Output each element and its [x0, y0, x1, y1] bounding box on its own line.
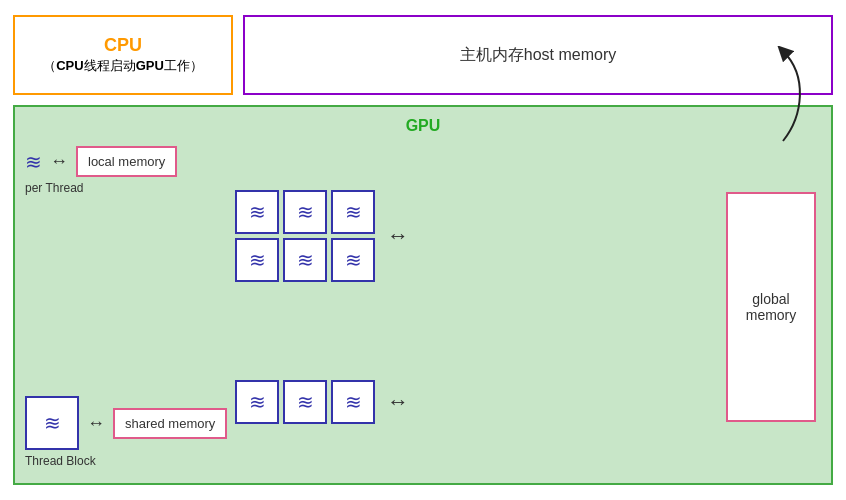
mem-block-2: ≋	[283, 190, 327, 234]
top-row: CPU （CPU线程启动GPU工作） 主机内存host memory	[13, 15, 833, 105]
gpu-box: GPU ≋ ↔ local memory per Thread	[13, 105, 833, 485]
local-memory-label: local memory	[88, 154, 165, 169]
shared-wave-icon: ≋	[44, 413, 61, 433]
mem-block-9: ≋	[331, 380, 375, 424]
mem-block-7: ≋	[235, 380, 279, 424]
per-thread-row: ≋ ↔ local memory	[25, 146, 177, 177]
local-memory-box: local memory	[76, 146, 177, 177]
per-thread-label: per Thread	[25, 181, 83, 195]
shared-mem-icon-left: ≋	[25, 396, 79, 450]
thread-wave-icon: ≋	[25, 152, 42, 172]
mem-block-1: ≋	[235, 190, 279, 234]
gpu-label: GPU	[25, 117, 821, 135]
middle-section: ≋ ≋ ≋ ≋ ≋ ≋ ↔ ≋ ≋ ≋ ↔	[235, 141, 711, 473]
arrow-thread-local: ↔	[50, 151, 68, 172]
main-container: CPU （CPU线程启动GPU工作） 主机内存host memory GPU ≋…	[13, 15, 833, 485]
cpu-title: CPU	[104, 35, 142, 57]
cpu-subtitle: （CPU线程启动GPU工作）	[43, 57, 203, 75]
mem-block-8: ≋	[283, 380, 327, 424]
global-memory-box: global memory	[726, 192, 816, 422]
shared-memory-label: shared memory	[125, 416, 215, 431]
thread-block-row: ≋ ↔ shared memory	[25, 396, 227, 450]
gpu-inner: ≋ ↔ local memory per Thread ≋ ↔	[25, 141, 821, 473]
bottom-block-row: ≋ ≋ ≋	[235, 380, 375, 424]
arrow-top-grid-global: ↔	[387, 223, 409, 249]
curved-arrow-svg	[753, 46, 813, 146]
bottom-block-group: ≋ ≋ ≋ ↔	[235, 380, 409, 424]
left-section: ≋ ↔ local memory per Thread ≋ ↔	[25, 141, 225, 473]
shared-memory-box: shared memory	[113, 408, 227, 439]
cpu-box: CPU （CPU线程启动GPU工作）	[13, 15, 233, 95]
mem-block-4: ≋	[235, 238, 279, 282]
top-block-group: ≋ ≋ ≋ ≋ ≋ ≋ ↔	[235, 190, 409, 282]
host-memory-label: 主机内存host memory	[460, 45, 616, 66]
mem-block-5: ≋	[283, 238, 327, 282]
arrow-bottom-row-global: ↔	[387, 389, 409, 415]
curved-arrow-container	[753, 46, 813, 146]
right-section: global memory	[721, 141, 821, 473]
thread-block-area: ≋ ↔ shared memory Thread Block	[25, 396, 225, 468]
top-block-grid: ≋ ≋ ≋ ≋ ≋ ≋	[235, 190, 375, 282]
thread-block-label: Thread Block	[25, 454, 96, 468]
arrow-block-shared: ↔	[87, 413, 105, 434]
per-thread-area: ≋ ↔ local memory per Thread	[25, 146, 225, 195]
host-memory-box: 主机内存host memory	[243, 15, 833, 95]
global-memory-label: global memory	[728, 291, 814, 323]
mem-block-6: ≋	[331, 238, 375, 282]
mem-block-3: ≋	[331, 190, 375, 234]
